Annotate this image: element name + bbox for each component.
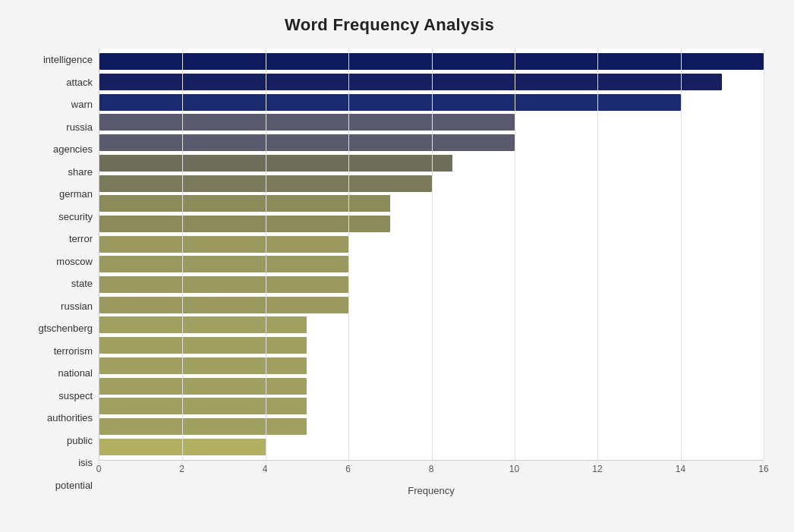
bar-row [99,52,764,72]
bar-row [99,376,764,396]
y-label: suspect [58,386,93,405]
bar-row [99,153,764,174]
bar-row [99,254,764,275]
y-label: german [59,184,93,204]
y-label: terrorism [54,341,93,360]
chart-title: Word Frequency Analysis [15,15,764,35]
bar-row [99,294,764,315]
bar-row [99,112,764,133]
x-tick: 2 [179,464,184,474]
bar [99,74,722,90]
x-tick: 12 [592,464,602,474]
bar-row [99,275,764,295]
x-axis: 0246810121416 [99,461,764,483]
y-label: moscow [56,251,93,271]
bar [99,378,307,395]
y-label: national [58,364,93,383]
bar-row [99,72,764,93]
bar-row [99,315,764,335]
bars-region [99,49,764,461]
bar-row [99,396,764,417]
y-label: warn [71,95,93,115]
chart-container: Word Frequency Analysis intelligenceatta… [0,0,794,532]
x-tick: 14 [676,464,685,474]
bar [99,337,307,354]
y-label: authorities [47,408,93,428]
bar [99,276,348,293]
y-label: public [67,430,93,450]
chart-area: intelligenceattackwarnrussiaagenciesshar… [15,49,764,496]
bar [99,114,515,131]
bar [99,195,390,212]
bar [99,216,390,232]
bar-row [99,356,764,376]
bar [99,398,307,414]
bar [99,175,432,192]
bar [99,236,348,253]
x-tick: 0 [96,464,102,474]
x-tick: 16 [758,464,768,474]
y-label: security [58,206,93,226]
y-labels: intelligenceattackwarnrussiaagenciesshar… [15,49,99,496]
y-label: isis [78,453,93,473]
bar-row [99,214,764,235]
bar-row [99,234,764,254]
bars-and-xaxis: 0246810121416 Frequency [99,49,764,496]
y-label: russia [66,117,93,137]
bar-row [99,335,764,356]
x-tick: 4 [263,464,268,474]
x-tick: 8 [429,464,434,474]
bar [99,316,307,333]
bar [99,53,764,70]
bar [99,134,515,151]
y-label: attack [66,72,93,92]
y-label: russian [61,296,93,316]
bar-row [99,133,764,153]
x-tick: 6 [345,464,351,474]
y-label: potential [55,475,93,495]
grid-line [764,49,764,460]
bar-row [99,92,764,112]
x-tick: 10 [509,464,519,474]
y-label: intelligence [43,50,93,70]
y-label: state [71,274,93,294]
bar-row [99,173,764,194]
y-label: gtschenberg [38,319,93,338]
bar [99,439,266,455]
bar [99,357,307,374]
bar-row [99,436,764,457]
bar [99,256,348,272]
bar [99,418,307,435]
y-label: terror [69,229,93,249]
x-axis-label: Frequency [99,485,764,496]
y-label: share [68,162,93,181]
bar [99,297,348,313]
y-label: agencies [53,140,93,159]
bar [99,155,452,172]
bar [99,94,681,111]
bar-row [99,417,764,437]
bar-row [99,194,764,214]
